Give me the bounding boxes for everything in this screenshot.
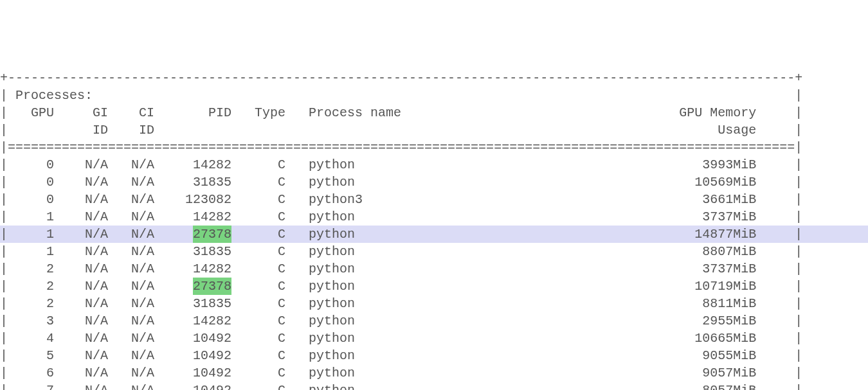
process-row[interactable]: | 2 N/A N/A 31835 C python 8811MiB | bbox=[0, 295, 868, 312]
process-row[interactable]: | 3 N/A N/A 14282 C python 2955MiB | bbox=[0, 312, 868, 330]
process-row[interactable]: | 2 N/A N/A 27378 C python 10719MiB | bbox=[0, 278, 868, 295]
process-row[interactable]: | 6 N/A N/A 10492 C python 9057MiB | bbox=[0, 364, 868, 382]
process-row[interactable]: | 1 N/A N/A 27378 C python 14877MiB | bbox=[0, 226, 868, 243]
process-row[interactable]: | 4 N/A N/A 10492 C python 10665MiB | bbox=[0, 330, 868, 347]
pid-match-highlight: 27378 bbox=[193, 278, 231, 295]
border-top: +---------------------------------------… bbox=[0, 69, 868, 87]
process-row[interactable]: | 1 N/A N/A 14282 C python 3737MiB | bbox=[0, 208, 868, 226]
process-row[interactable]: | 0 N/A N/A 123082 C python3 3661MiB | bbox=[0, 191, 868, 208]
header-row-1: | GPU GI CI PID Type Process name GPU Me… bbox=[0, 104, 868, 121]
section-title: | Processes: | bbox=[0, 87, 868, 104]
process-row[interactable]: | 0 N/A N/A 14282 C python 3993MiB | bbox=[0, 156, 868, 173]
process-row[interactable]: | 5 N/A N/A 10492 C python 9055MiB | bbox=[0, 347, 868, 364]
nvidia-smi-processes: +---------------------------------------… bbox=[0, 69, 868, 390]
header-row-2: | ID ID Usage | bbox=[0, 121, 868, 139]
header-separator: |=======================================… bbox=[0, 139, 868, 156]
process-row[interactable]: | 2 N/A N/A 14282 C python 3737MiB | bbox=[0, 260, 868, 278]
pid-match-highlight: 27378 bbox=[193, 226, 231, 243]
process-row[interactable]: | 7 N/A N/A 10492 C python 8057MiB | bbox=[0, 382, 868, 390]
process-row[interactable]: | 0 N/A N/A 31835 C python 10569MiB | bbox=[0, 173, 868, 191]
process-row[interactable]: | 1 N/A N/A 31835 C python 8807MiB | bbox=[0, 243, 868, 260]
